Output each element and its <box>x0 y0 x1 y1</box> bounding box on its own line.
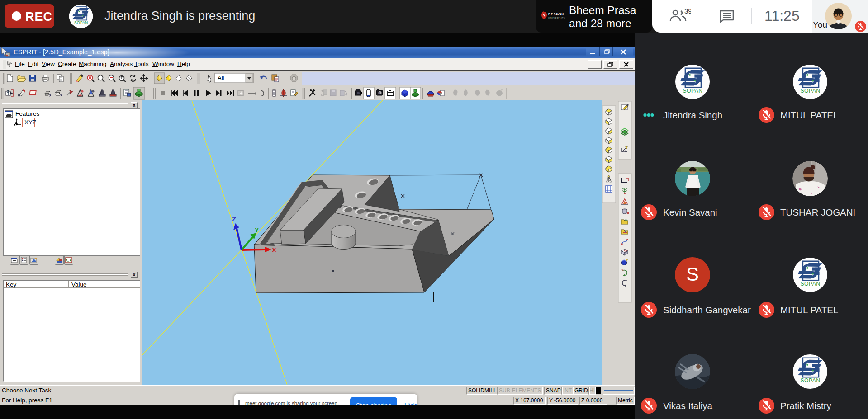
svg-text:Y: Y <box>255 226 259 234</box>
svg-text:UNIVERSITY: UNIVERSITY <box>548 17 566 19</box>
svg-text:P P SAVANI: P P SAVANI <box>548 13 564 16</box>
svg-text:X: X <box>272 246 276 254</box>
svg-text:39: 39 <box>684 9 691 15</box>
svg-text:Z: Z <box>232 215 236 223</box>
svg-text:All: All <box>218 75 224 81</box>
